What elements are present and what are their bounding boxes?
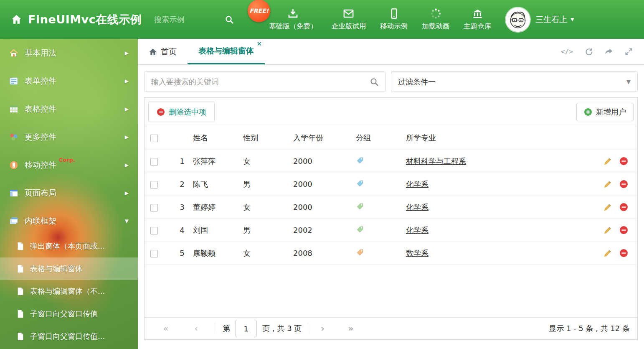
column-header-index bbox=[171, 126, 192, 150]
row-checkbox[interactable] bbox=[150, 227, 158, 234]
sidebar-item-label: 基本用法 bbox=[25, 48, 56, 59]
row-checkbox[interactable] bbox=[150, 181, 158, 189]
chevron-down-icon: ▼ bbox=[570, 17, 574, 22]
filter-dropdown[interactable]: 过滤条件一 ▼ bbox=[391, 71, 638, 92]
tab-close-icon[interactable]: ✕ bbox=[256, 41, 262, 47]
expand-icon[interactable] bbox=[624, 47, 633, 56]
pagination-bar: « ‹ 第 页 , 共 3 页 › » 显示 1 - 5 条 , 共 12 条 bbox=[145, 317, 637, 339]
delete-selected-button[interactable]: 删除选中项 bbox=[148, 102, 215, 122]
row-checkbox[interactable] bbox=[150, 204, 158, 211]
brand[interactable]: FineUIMvc在线示例 bbox=[11, 12, 142, 27]
home-icon bbox=[149, 48, 157, 56]
column-header-group: 分组 bbox=[355, 126, 405, 150]
header-search-input[interactable] bbox=[154, 15, 220, 24]
search-icon[interactable] bbox=[369, 77, 379, 87]
row-name: 陈飞 bbox=[192, 173, 242, 196]
grid-toolbar: 删除选中项 新增用户 bbox=[145, 98, 637, 126]
delete-icon[interactable] bbox=[619, 203, 628, 211]
nav-label: 加载动画 bbox=[422, 22, 449, 31]
page-number-input[interactable] bbox=[235, 320, 257, 337]
row-actions bbox=[591, 180, 637, 189]
file-icon bbox=[17, 332, 24, 341]
share-icon[interactable] bbox=[604, 47, 613, 56]
form-icon bbox=[9, 76, 18, 86]
table-header-row: 姓名 性别 入学年份 分组 所学专业 bbox=[145, 126, 637, 150]
row-index: 5 bbox=[171, 242, 192, 265]
sidebar-item-page-layout[interactable]: 页面布局 ▶ bbox=[0, 179, 138, 207]
corp-badge: Corp. bbox=[59, 157, 75, 163]
row-year: 2000 bbox=[292, 196, 355, 219]
sidebar-item-inline-frame[interactable]: 内联框架 ▼ bbox=[0, 207, 138, 235]
nav-item-loading-animation[interactable]: 加载动画 bbox=[415, 8, 456, 31]
nav-item-theme-store[interactable]: 主题仓库 bbox=[456, 8, 498, 31]
tab-home[interactable]: 首页 bbox=[138, 39, 188, 64]
tab-label: 首页 bbox=[161, 46, 177, 57]
row-checkbox[interactable] bbox=[150, 158, 158, 166]
row-major-link[interactable]: 化学系 bbox=[406, 226, 428, 234]
search-icon[interactable] bbox=[224, 15, 234, 25]
edit-icon[interactable] bbox=[603, 180, 612, 189]
sidebar-subitem-grid-edit-window[interactable]: 表格与编辑窗体 bbox=[0, 257, 138, 280]
sidebar-subitem-child-to-parent-2[interactable]: 子窗口向父窗口传值... bbox=[0, 325, 138, 348]
sidebar-subitem-label: 子窗口向父窗口传值 bbox=[30, 309, 98, 319]
file-icon bbox=[17, 287, 24, 296]
tag-icon bbox=[356, 179, 364, 188]
chevron-right-icon: ▶ bbox=[125, 190, 129, 196]
delete-icon[interactable] bbox=[619, 180, 628, 189]
nav-item-enterprise-trial[interactable]: 企业版试用 bbox=[325, 8, 373, 31]
row-index: 2 bbox=[171, 173, 192, 196]
sidebar-subitem-popup-window[interactable]: 弹出窗体（本页面或... bbox=[0, 235, 138, 257]
sidebar-item-mobile-controls[interactable]: 移动控件 Corp. ▶ bbox=[0, 151, 138, 179]
last-page-button[interactable]: » bbox=[348, 324, 353, 333]
tag-icon bbox=[356, 248, 364, 257]
sidebar-subitem-grid-edit-window-2[interactable]: 表格与编辑窗体（不... bbox=[0, 280, 138, 303]
nav-item-basic-edition[interactable]: FREE! 基础版（免费） bbox=[262, 8, 325, 31]
sidebar-item-form-controls[interactable]: 表单控件 ▶ bbox=[0, 67, 138, 95]
tag-icon bbox=[356, 156, 364, 165]
refresh-icon[interactable] bbox=[584, 47, 593, 56]
prev-page-button[interactable]: ‹ bbox=[194, 324, 198, 333]
nav-label: 基础版（免费） bbox=[269, 22, 317, 31]
edit-icon[interactable] bbox=[603, 249, 612, 257]
sidebar-subitem-label: 表格与编辑窗体（不... bbox=[30, 286, 105, 296]
minus-circle-icon bbox=[157, 108, 165, 116]
page-suffix: 页 , 共 3 页 bbox=[262, 324, 302, 334]
row-major-link[interactable]: 化学系 bbox=[406, 180, 428, 189]
delete-icon[interactable] bbox=[619, 226, 628, 234]
tab-grid-edit-window[interactable]: 表格与编辑窗体 ✕ bbox=[188, 39, 265, 64]
edit-icon[interactable] bbox=[603, 203, 612, 211]
first-page-button[interactable]: « bbox=[163, 324, 168, 333]
nav-item-mobile-demo[interactable]: 移动示例 bbox=[373, 8, 415, 31]
table-body: 1 张萍萍 女 2000 材料科学与工程系 bbox=[145, 150, 637, 265]
avatar[interactable] bbox=[506, 8, 530, 32]
row-major-link[interactable]: 数学系 bbox=[406, 249, 428, 257]
source-code-icon[interactable]: </> bbox=[561, 48, 573, 56]
chevron-right-icon: ▶ bbox=[125, 50, 129, 56]
sidebar-item-basic-usage[interactable]: 基本用法 ▶ bbox=[0, 39, 138, 67]
select-all-checkbox[interactable] bbox=[150, 135, 158, 142]
header-nav: FREE! 基础版（免费） 企业版试用 移动示例 bbox=[262, 8, 498, 31]
add-user-button[interactable]: 新增用户 bbox=[576, 103, 634, 121]
column-header-major: 所学专业 bbox=[405, 126, 591, 150]
layout-icon bbox=[9, 189, 18, 198]
delete-icon[interactable] bbox=[619, 249, 628, 257]
keyword-search bbox=[144, 71, 385, 92]
row-major-link[interactable]: 材料科学与工程系 bbox=[406, 157, 466, 166]
user-menu[interactable]: 三生石上 ▼ bbox=[535, 14, 574, 25]
keyword-search-input[interactable] bbox=[151, 77, 369, 86]
table-row: 5 康颖颖 女 2008 数学系 bbox=[145, 242, 637, 265]
row-checkbox[interactable] bbox=[150, 250, 158, 257]
sidebar-item-more-controls[interactable]: 更多控件 ▶ bbox=[0, 123, 138, 151]
sidebar-subitem-child-to-parent[interactable]: 子窗口向父窗口传值 bbox=[0, 303, 138, 325]
next-page-button[interactable]: › bbox=[321, 324, 325, 333]
edit-icon[interactable] bbox=[603, 157, 612, 166]
edit-icon[interactable] bbox=[603, 226, 612, 234]
nav-label: 移动示例 bbox=[380, 22, 408, 31]
column-header-actions bbox=[591, 126, 637, 150]
filter-row: 过滤条件一 ▼ bbox=[144, 71, 638, 92]
delete-icon[interactable] bbox=[619, 157, 628, 166]
sidebar-item-grid-controls[interactable]: 表格控件 ▶ bbox=[0, 95, 138, 123]
row-name: 张萍萍 bbox=[192, 150, 242, 173]
row-major-link[interactable]: 化学系 bbox=[406, 203, 428, 211]
mobile-icon bbox=[388, 8, 400, 19]
